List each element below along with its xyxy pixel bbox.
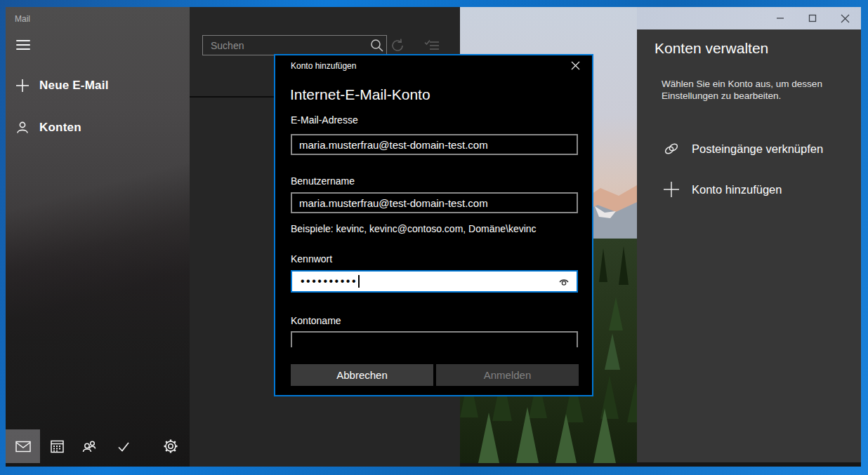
link-inboxes-item[interactable]: Posteingänge verknüpfen — [637, 135, 861, 163]
sidebar: Mail Neue E-Mail Konten — [6, 7, 190, 467]
close-icon — [570, 60, 581, 71]
mail-app-window: Mail Neue E-Mail Konten — [0, 0, 868, 475]
text-caret — [358, 275, 360, 288]
minimize-icon — [776, 14, 784, 22]
dialog-close-button[interactable] — [570, 60, 583, 73]
account-name-label: Kontoname — [291, 315, 341, 326]
add-account-dialog: Konto hinzufügen Internet-E-Mail-Konto E… — [274, 54, 593, 396]
panel-title: Konten verwalten — [655, 40, 768, 57]
nav-calendar-button[interactable] — [40, 429, 74, 463]
accounts-label: Konten — [39, 121, 81, 135]
mail-icon — [15, 441, 31, 453]
nav-settings-button[interactable] — [153, 429, 188, 463]
sidebar-item-accounts[interactable]: Konten — [6, 116, 190, 140]
search-box — [202, 35, 387, 55]
app-title: Mail — [15, 14, 30, 24]
new-email-label: Neue E-Mail — [39, 79, 109, 93]
plus-icon — [15, 79, 29, 93]
panel-description: Wählen Sie ein Konto aus, um dessen Eins… — [662, 78, 837, 102]
maximize-icon — [808, 14, 817, 22]
todo-check-icon — [117, 441, 131, 453]
nav-mail-button[interactable] — [6, 429, 40, 463]
username-label: Benutzername — [291, 175, 355, 187]
reveal-password-button[interactable] — [557, 274, 571, 288]
filter-button[interactable] — [423, 38, 440, 53]
new-email-button[interactable]: Neue E-Mail — [6, 74, 190, 98]
search-input[interactable] — [203, 40, 368, 51]
sign-in-button[interactable]: Anmelden — [436, 364, 579, 386]
calendar-icon — [51, 440, 64, 453]
dialog-button-row: Abbrechen Anmelden — [291, 364, 579, 386]
settings-gear-icon — [164, 439, 178, 453]
add-account-item[interactable]: Konto hinzufügen — [637, 175, 861, 203]
close-button[interactable] — [829, 7, 861, 29]
maximize-button[interactable] — [796, 7, 829, 29]
minimize-button[interactable] — [764, 7, 796, 29]
email-label: E-Mail-Adresse — [291, 114, 358, 126]
close-icon — [841, 14, 850, 23]
hamburger-menu-button[interactable] — [16, 40, 30, 51]
person-icon — [15, 121, 29, 135]
account-name-field-clipped — [291, 331, 578, 347]
password-field[interactable]: •••••••••• — [291, 270, 578, 293]
link-inboxes-label: Posteingänge verknüpfen — [692, 142, 823, 156]
bottom-navigation — [6, 429, 190, 463]
cancel-button[interactable]: Abbrechen — [291, 364, 433, 386]
manage-accounts-panel: Konten verwalten Wählen Sie ein Konto au… — [637, 29, 861, 462]
eye-icon — [557, 274, 571, 288]
people-icon — [82, 440, 97, 453]
link-icon — [662, 140, 680, 158]
add-account-label: Konto hinzufügen — [692, 183, 782, 196]
app-content: Mail Neue E-Mail Konten — [6, 7, 861, 467]
account-name-field[interactable] — [291, 331, 578, 347]
plus-icon — [662, 180, 680, 199]
dialog-heading: Internet-E-Mail-Konto — [290, 86, 430, 103]
caption-buttons — [764, 7, 861, 29]
password-label: Kennwort — [291, 253, 332, 265]
nav-people-button[interactable] — [72, 429, 107, 463]
password-masked-value: •••••••••• — [301, 276, 357, 287]
username-field[interactable] — [291, 192, 578, 213]
filter-icon — [423, 38, 440, 53]
dialog-title: Konto hinzufügen — [291, 61, 356, 71]
username-hint: Beispiele: kevinc, kevinc@contoso.com, D… — [291, 223, 537, 234]
email-field[interactable] — [291, 134, 578, 155]
sync-icon — [390, 38, 405, 53]
nav-todo-button[interactable] — [106, 429, 140, 463]
search-icon[interactable] — [368, 38, 386, 53]
sync-button[interactable] — [390, 38, 407, 53]
